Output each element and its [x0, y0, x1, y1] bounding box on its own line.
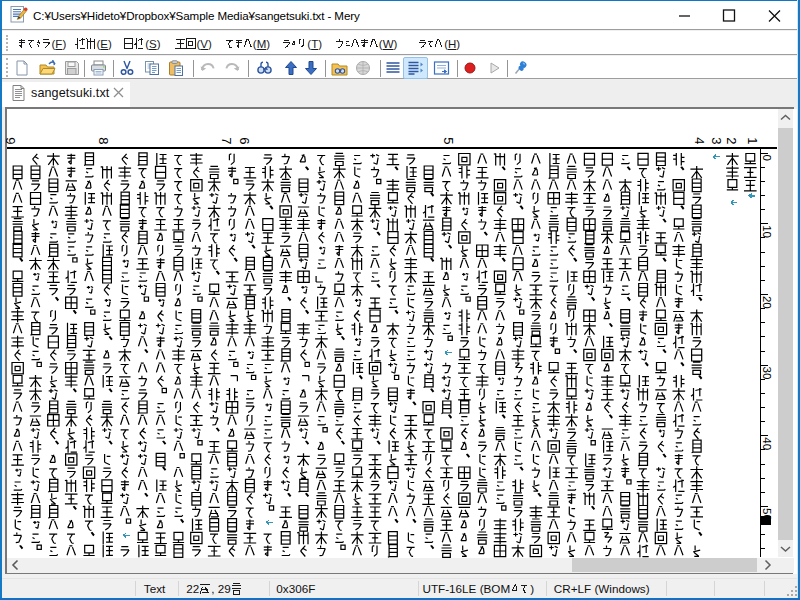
svg-text:9: 9 [6, 137, 18, 144]
svg-text:5: 5 [441, 137, 456, 144]
svg-text:20: 20 [761, 296, 773, 309]
svg-text:30: 30 [761, 367, 773, 380]
svg-text:4: 4 [692, 137, 707, 144]
svg-text:40: 40 [761, 437, 773, 450]
svg-text:3: 3 [709, 137, 724, 144]
svg-text:6: 6 [237, 137, 252, 144]
svg-text:10: 10 [761, 225, 773, 238]
svg-text:2: 2 [724, 137, 739, 144]
svg-text:0: 0 [761, 155, 773, 161]
svg-text:1: 1 [745, 137, 760, 144]
svg-text:8: 8 [96, 137, 111, 144]
svg-text:7: 7 [219, 137, 234, 144]
